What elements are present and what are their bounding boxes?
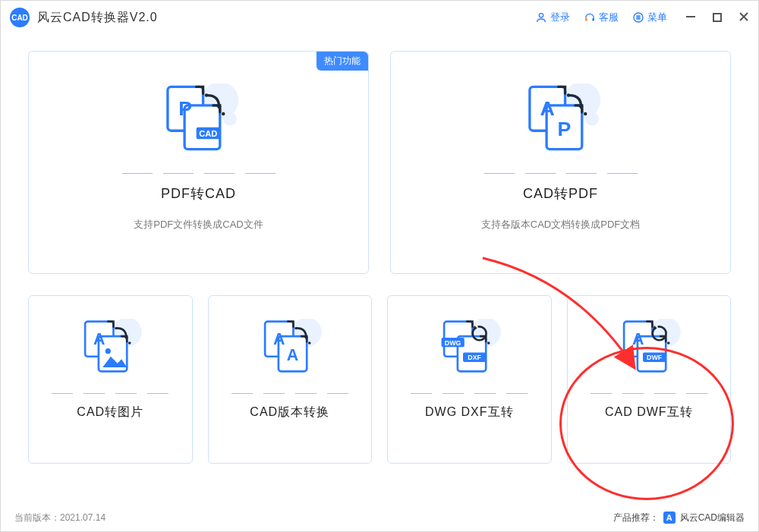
promo-label: 产品推荐： — [613, 512, 659, 524]
svg-text:P: P — [178, 97, 192, 120]
card-title: CAD转图片 — [77, 405, 143, 420]
menu-icon — [632, 11, 644, 24]
title-bar: CAD 风云CAD转换器V2.0 登录 客服 菜单 — [1, 1, 758, 34]
svg-text:P: P — [557, 118, 571, 140]
card-title: CAD版本转换 — [250, 405, 329, 420]
pdf-to-cad-icon: P CAD — [153, 76, 244, 167]
promo-name: 风云CAD编辑器 — [680, 512, 745, 524]
card-cad-to-image[interactable]: A CAD转图片 — [28, 295, 193, 464]
menu-button[interactable]: 菜单 — [632, 11, 667, 24]
card-dwg-dxf[interactable]: DWG DXF DWG DXF互转 — [387, 295, 552, 464]
svg-text:A: A — [540, 97, 554, 120]
svg-text:CAD: CAD — [199, 129, 217, 138]
svg-text:A: A — [632, 330, 644, 348]
card-cad-version[interactable]: A A CAD版本转换 — [208, 295, 373, 464]
svg-text:DWG: DWG — [445, 339, 461, 347]
minimize-button[interactable] — [685, 11, 696, 24]
feature-grid-bottom: A CAD转图片 A A CAD版本转换 — [28, 295, 731, 464]
svg-text:DWF: DWF — [647, 354, 663, 361]
card-title: CAD DWF互转 — [605, 405, 693, 420]
card-pdf-to-cad[interactable]: 热门功能 P CAD PDF转CAD 支持PDF文件转换成CAD文件 — [28, 51, 369, 274]
svg-text:A: A — [287, 346, 298, 364]
svg-point-4 — [539, 14, 543, 17]
cad-to-pdf-icon: A P — [515, 76, 606, 167]
product-promo[interactable]: 产品推荐： A 风云CAD编辑器 — [613, 512, 745, 524]
version-value: 2021.07.14 — [60, 512, 106, 523]
login-button[interactable]: 登录 — [535, 11, 570, 24]
dwg-dxf-icon: DWG DXF — [435, 311, 503, 387]
card-subtitle: 支持各版本CAD文档转换成PDF文档 — [481, 218, 640, 231]
svg-point-16 — [585, 112, 599, 126]
divider — [591, 393, 707, 394]
app-logo: CAD — [10, 8, 30, 27]
support-button[interactable]: 客服 — [584, 11, 619, 24]
card-cad-dwf[interactable]: A DWF CAD DWF互转 — [567, 295, 732, 464]
card-subtitle: 支持PDF文件转换成CAD文件 — [134, 218, 263, 231]
card-title: PDF转CAD — [161, 184, 236, 203]
card-cad-to-pdf[interactable]: A P CAD转PDF 支持各版本CAD文档转换成PDF文档 — [390, 51, 731, 274]
cad-version-icon: A A — [256, 311, 324, 387]
maximize-button[interactable] — [713, 11, 722, 24]
svg-rect-6 — [592, 18, 594, 21]
svg-rect-5 — [585, 18, 587, 21]
main-content: 热门功能 P CAD PDF转CAD 支持PDF文件转换成CAD文件 — [1, 34, 758, 508]
divider — [52, 393, 168, 394]
login-label: 登录 — [550, 11, 570, 24]
svg-rect-9 — [713, 14, 721, 21]
svg-text:DXF: DXF — [468, 354, 481, 361]
version-label: 当前版本： — [14, 512, 60, 524]
svg-text:A: A — [273, 330, 285, 348]
status-bar: 当前版本： 2021.07.14 产品推荐： A 风云CAD编辑器 — [1, 504, 758, 531]
cad-to-image-icon: A — [76, 311, 144, 387]
close-button[interactable] — [739, 11, 749, 24]
svg-point-21 — [106, 348, 111, 354]
feature-grid-top: 热门功能 P CAD PDF转CAD 支持PDF文件转换成CAD文件 — [28, 51, 731, 274]
cad-dwf-icon: A DWF — [615, 311, 683, 387]
svg-point-11 — [223, 112, 237, 126]
card-title: DWG DXF互转 — [425, 405, 514, 420]
promo-app-icon: A — [663, 512, 676, 524]
divider — [484, 173, 638, 174]
divider — [122, 173, 276, 174]
divider — [231, 393, 348, 394]
support-label: 客服 — [599, 11, 619, 24]
headset-icon — [584, 11, 596, 24]
svg-text:A: A — [93, 330, 105, 348]
hot-badge: 热门功能 — [317, 52, 368, 71]
menu-label: 菜单 — [647, 11, 667, 24]
card-title: CAD转PDF — [523, 184, 598, 203]
divider — [411, 393, 528, 394]
app-title: 风云CAD转换器V2.0 — [37, 10, 158, 26]
window-controls — [685, 11, 749, 24]
user-icon — [535, 11, 547, 24]
